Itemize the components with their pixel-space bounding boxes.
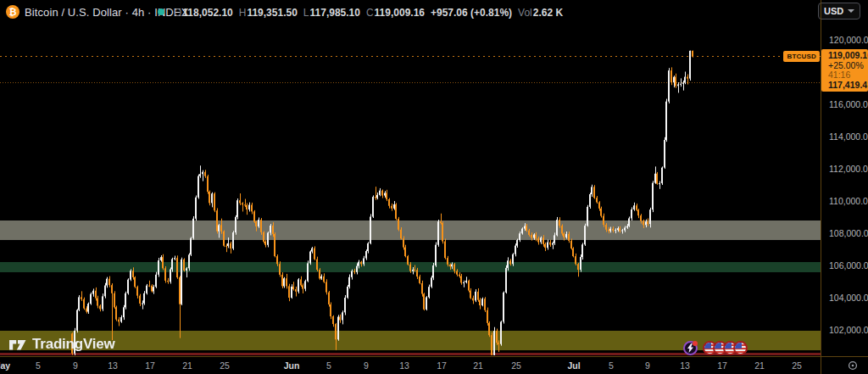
price-tick-label: 102,000.00: [829, 325, 868, 335]
chart-plot-area: BTCUSD TradingView: [0, 24, 821, 356]
tradingview-logo[interactable]: TradingView: [8, 336, 115, 353]
flag-canton: [704, 343, 711, 349]
open-value: 118,052.10: [182, 7, 232, 19]
price-scale[interactable]: 102,000.00104,000.00106,000.00108,000.00…: [821, 24, 868, 356]
alert-dot-icon: [693, 341, 698, 346]
low-label: L: [303, 7, 309, 19]
time-tick-label: 13: [399, 360, 409, 371]
time-tick-label: 9: [73, 360, 78, 371]
time-tick-label: 21: [182, 360, 192, 371]
timeline-event-badges: [683, 341, 748, 355]
price-tick-label: 114,000.00: [829, 131, 868, 142]
high-value: 119,351.50: [247, 7, 297, 19]
market-status-dot[interactable]: [158, 8, 164, 15]
time-month-label: Jul: [567, 360, 580, 371]
time-tick-label: 25: [792, 360, 802, 371]
currency-dropdown[interactable]: USD: [818, 3, 860, 20]
secondary-price-value: 117,419.41: [828, 80, 868, 90]
tradingview-logo-mark: [8, 338, 27, 351]
last-price-label-box: 119,009.16 +25.00% 41:16 117,419.41: [821, 49, 868, 92]
last-price-value: 119,009.16: [828, 50, 868, 60]
economic-event-flags: [703, 341, 748, 355]
price-tick-label: 112,000.00: [829, 164, 868, 174]
chart-header: ₿ Bitcoin / U.S. Dollar · 4h · INDEX O11…: [0, 0, 821, 24]
time-month-label: Jun: [284, 360, 300, 371]
price-tick-label: 104,000.00: [829, 293, 868, 303]
volume-value: 2.62 K: [533, 7, 563, 19]
time-tick-label: 21: [754, 360, 765, 371]
close-label: C: [366, 7, 374, 19]
bitcoin-icon: ₿: [6, 5, 19, 19]
price-tick-label: 120,000.00: [829, 35, 868, 45]
price-scale-settings-icon[interactable]: [847, 360, 859, 371]
chevron-down-icon: [848, 9, 854, 13]
time-tick-label: 9: [364, 360, 369, 371]
volume-label: Vol: [518, 7, 532, 19]
time-tick-label: 5: [326, 360, 331, 371]
price-tick-label: 110,000.00: [829, 196, 868, 206]
low-value: 117,985.10: [310, 7, 360, 19]
flag-canton: [725, 343, 732, 349]
price-tick-label: 108,000.00: [829, 228, 868, 238]
candlestick-canvas[interactable]: [0, 24, 821, 356]
time-scale[interactable]: May5913172125Jun5913172125Jul5913172125: [0, 357, 821, 374]
time-tick-label: 5: [36, 360, 41, 371]
flag-canton: [735, 343, 742, 349]
time-tick-label: 13: [108, 360, 118, 371]
tradingview-wordmark: TradingView: [32, 336, 115, 353]
currency-label: USD: [824, 6, 848, 16]
time-tick-label: 17: [717, 360, 727, 371]
axis-corner: [821, 357, 868, 374]
time-month-label: May: [0, 360, 10, 371]
time-tick-label: 25: [220, 360, 230, 371]
tradingview-chart-window: ₿ Bitcoin / U.S. Dollar · 4h · INDEX O11…: [0, 0, 868, 374]
price-tick-label: 116,000.00: [829, 99, 868, 109]
time-tick-label: 13: [680, 360, 690, 371]
symbol-price-flag: BTCUSD: [783, 51, 820, 62]
open-label: O: [174, 7, 181, 19]
time-tick-label: 25: [511, 360, 521, 371]
flag-canton: [715, 343, 721, 349]
high-label: H: [239, 7, 247, 19]
time-tick-label: 17: [437, 360, 447, 371]
time-tick-label: 21: [473, 360, 483, 371]
price-tick-label: 106,000.00: [829, 260, 868, 271]
lightning-events-icon[interactable]: [683, 341, 698, 355]
change-value: +957.06 (+0.81%): [431, 7, 512, 19]
time-tick-label: 5: [609, 360, 614, 371]
time-tick-label: 9: [645, 360, 650, 371]
us-flag-event-icon[interactable]: [733, 341, 748, 355]
time-axis-border: [0, 356, 868, 357]
time-tick-label: 17: [145, 360, 155, 371]
close-value: 119,009.16: [375, 7, 425, 19]
ohlc-readout: O118,052.10 H119,351.50 L117,985.10 C119…: [174, 7, 563, 19]
